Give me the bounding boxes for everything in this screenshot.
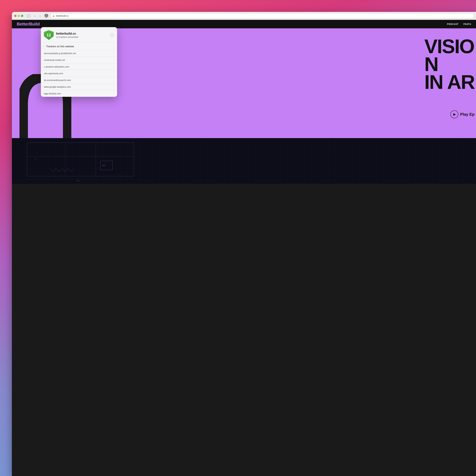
popup-site-info: betterbuild.cc 12 trackers prevented xyxy=(56,32,107,38)
chevron-down-icon: › xyxy=(43,46,45,47)
tracker-item: securepubads.g.doubleclick.net xyxy=(41,50,117,57)
address-bar[interactable]: 🔒 betterbuild.cc xyxy=(51,13,165,18)
shield-number: 12 xyxy=(47,33,51,37)
popup-tracker-count: 12 trackers prevented xyxy=(56,36,107,38)
tracker-item: cdn.optimizely.com xyxy=(41,70,117,77)
svg-point-0 xyxy=(46,15,47,16)
browser-window: ‹ › 🔒 betterbuild.cc BetterBuild PODCAST xyxy=(12,12,165,165)
svg-text:3: 3 xyxy=(35,158,36,160)
tracker-shield-icon: 12 xyxy=(44,30,54,40)
tracker-item: c.amazon-adsystem.com xyxy=(41,63,117,70)
trackers-header[interactable]: › Trackers on this website xyxy=(41,43,117,50)
close-button[interactable] xyxy=(14,15,17,17)
privacy-shield-button[interactable] xyxy=(44,13,49,18)
sidebar-icon xyxy=(27,15,30,17)
trackers-section: › Trackers on this website securepubads.… xyxy=(41,43,117,97)
tracker-item: sb.scorecardresearch.com xyxy=(41,77,117,83)
lock-icon: 🔒 xyxy=(52,15,55,17)
tracker-item: tags.bluekai.com xyxy=(41,90,117,97)
privacy-popup: 12 betterbuild.cc 12 trackers prevented … xyxy=(41,27,117,97)
address-text: betterbuild.cc xyxy=(56,15,69,17)
nav-buttons: ‹ › xyxy=(33,14,42,18)
site-logo: BetterBuild xyxy=(17,22,40,27)
traffic-lights xyxy=(14,15,23,17)
blueprint-lines: 4M² 3 3000 xyxy=(12,138,165,165)
svg-text:4M²: 4M² xyxy=(102,164,105,165)
shield-toolbar-icon xyxy=(45,14,48,18)
popup-scroll-area[interactable]: › Trackers on this website securepubads.… xyxy=(41,43,117,97)
minimize-button[interactable] xyxy=(18,15,20,17)
back-button[interactable]: ‹ xyxy=(33,14,37,18)
sidebar-toggle-button[interactable] xyxy=(26,14,31,18)
popup-body: › Trackers on this website securepubads.… xyxy=(41,43,117,97)
svg-rect-2 xyxy=(12,138,165,165)
popup-header: 12 betterbuild.cc 12 trackers prevented … xyxy=(41,27,117,43)
popup-info-button[interactable]: ℹ xyxy=(110,33,114,37)
browser-toolbar: ‹ › 🔒 betterbuild.cc xyxy=(12,12,165,20)
popup-site-name: betterbuild.cc xyxy=(56,32,107,35)
blueprint-section: 4M² 3 3000 xyxy=(12,138,165,165)
trackers-section-title: Trackers on this website xyxy=(46,45,74,48)
logo-text-white: BetterBu xyxy=(17,22,35,26)
tracker-item: contextual.media.net xyxy=(41,57,117,63)
logo-text-purple: ild xyxy=(35,22,40,26)
forward-button[interactable]: › xyxy=(38,14,42,18)
info-icon: ℹ xyxy=(112,34,112,36)
tracker-item: www.google-analytics.com xyxy=(41,83,117,90)
fullscreen-button[interactable] xyxy=(21,15,23,17)
